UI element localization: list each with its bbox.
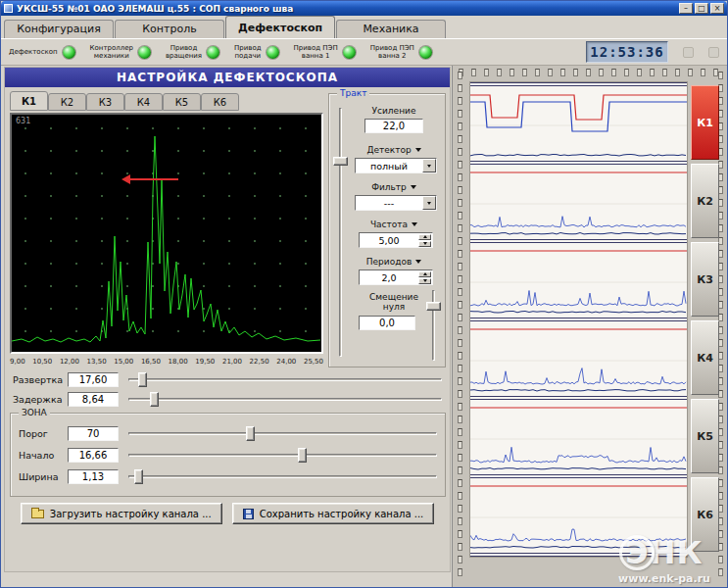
slider-thumb[interactable] [150, 392, 159, 407]
gate-width-label: Ширина [19, 471, 68, 482]
indicator-defectoscope[interactable]: Дефектоскоп [9, 46, 75, 59]
filter-combo[interactable]: --- [355, 195, 437, 211]
perforation-hole [458, 568, 462, 576]
slider-thumb[interactable] [333, 157, 348, 166]
periods-spinner[interactable]: 2,0 [359, 270, 433, 285]
perforation-hole [458, 263, 462, 270]
axis-tick-label: 21,00 [222, 358, 242, 366]
slider-track[interactable] [128, 475, 437, 478]
tab-mechanics[interactable]: Механика [336, 20, 446, 38]
ascan-display: 631 [10, 113, 323, 354]
channel-tabs: К1К2К3К4К5К6 [10, 91, 239, 111]
indicator-rotation-drive[interactable]: Привод вращения [166, 44, 219, 60]
threshold-value-input[interactable]: 70 [68, 426, 119, 441]
perforation-hole [458, 97, 462, 105]
channel-tab-k4[interactable]: К4 [124, 93, 163, 111]
gate-start-slider[interactable] [128, 448, 437, 463]
sweep-label: Развертка [13, 374, 68, 385]
spin-up-button[interactable] [418, 234, 431, 240]
slider-track[interactable] [128, 432, 437, 435]
channel-label-k5[interactable]: К5 [691, 399, 719, 473]
gate-width-value-input[interactable]: 1,13 [68, 469, 119, 484]
delay-value-input[interactable]: 8,64 [68, 392, 119, 407]
gain-value-input[interactable]: 22,0 [364, 119, 423, 133]
close-button[interactable]: × [710, 3, 724, 14]
gate-start-value-input[interactable]: 16,66 [68, 448, 119, 463]
indicator-feed-drive[interactable]: Привод подачи [234, 44, 279, 60]
clock-display: 12:53:36 [586, 41, 668, 63]
channel-band-k6 [470, 478, 687, 553]
channel-tab-k1[interactable]: К1 [10, 91, 48, 111]
save-channel-settings-button[interactable]: Сохранить настройку канала ... [232, 503, 435, 524]
slider-thumb[interactable] [246, 426, 255, 441]
threshold-slider[interactable] [128, 426, 437, 441]
indicator-pep-bath-2[interactable]: Привод ПЭП ванна 2 [370, 44, 432, 60]
zero-offset-value-input[interactable]: 0,0 [359, 316, 415, 330]
gain-slider[interactable] [333, 106, 348, 359]
spin-down-button[interactable] [418, 278, 431, 284]
zero-offset-slider[interactable] [426, 288, 441, 363]
caret-down-icon [415, 148, 421, 152]
maximize-button[interactable]: □ [695, 3, 708, 14]
channel-label-k2[interactable]: К2 [691, 164, 719, 238]
indicator-label: Привод ПЭП ванна 1 [294, 44, 338, 60]
green-led-icon [267, 46, 279, 59]
slider-thumb[interactable] [138, 372, 147, 387]
delay-slider[interactable] [128, 392, 442, 407]
green-led-icon [138, 46, 151, 59]
frequency-spinner[interactable]: 5,00 [359, 232, 433, 248]
minimize-button[interactable]: – [679, 3, 693, 14]
gate-width-slider[interactable] [128, 469, 437, 484]
slider-track[interactable] [128, 398, 442, 401]
indicator-label: Привод подачи [234, 44, 262, 60]
channel-label-k1[interactable]: К1 [691, 85, 719, 160]
perforation-hole [471, 69, 476, 76]
dropdown-arrow-icon[interactable] [422, 196, 436, 210]
channel-band-k5 [470, 400, 687, 474]
channel-tab-k5[interactable]: К5 [163, 93, 201, 111]
slider-track[interactable] [128, 378, 442, 381]
slider-thumb[interactable] [426, 302, 441, 311]
status-bar: ДефектоскопКонтроллер механикиПривод вра… [1, 38, 727, 66]
channel-tab-k2[interactable]: К2 [48, 93, 86, 111]
slider-track[interactable] [339, 108, 342, 357]
channel-label-k3[interactable]: К3 [691, 242, 719, 317]
caret-down-icon [415, 260, 421, 264]
sweep-row: Развертка 17,60 [13, 371, 442, 387]
slider-track[interactable] [128, 454, 437, 457]
spin-up-button[interactable] [418, 271, 431, 277]
perforation-hole [458, 390, 462, 398]
tab-configuration[interactable]: Конфигурация [4, 20, 114, 38]
slider-thumb[interactable] [134, 469, 143, 484]
perforation-hole [650, 69, 655, 76]
scope-axis-labels: 9,0010,5012,0013,5015,0016,5018,0019,502… [10, 358, 323, 366]
watermark-url: www.enk-pa.ru [604, 572, 725, 585]
load-channel-settings-button[interactable]: Загрузить настройку канала ... [21, 503, 222, 524]
axis-tick-label: 13,50 [87, 358, 107, 366]
spin-down-button[interactable] [418, 241, 431, 247]
channel-label-k6[interactable]: К6 [691, 477, 719, 552]
perforation-hole [484, 69, 489, 76]
perforation-hole [535, 69, 540, 76]
detector-combo[interactable]: полный [355, 158, 437, 173]
channel-tab-k6[interactable]: К6 [201, 93, 239, 111]
axis-tick-label: 10,50 [32, 358, 52, 366]
indicator-pep-bath-1[interactable]: Привод ПЭП ванна 1 [294, 44, 356, 60]
indicator-mech-controller[interactable]: Контроллер механики [90, 44, 151, 60]
sweep-slider[interactable] [128, 372, 442, 387]
slider-thumb[interactable] [298, 448, 307, 463]
tab-control[interactable]: Контроль [115, 20, 224, 38]
sweep-value-input[interactable]: 17,60 [68, 372, 119, 387]
scope-corner-label: 631 [16, 117, 30, 125]
channel-label-k4[interactable]: К4 [691, 320, 719, 395]
dropdown-arrow-icon[interactable] [422, 159, 436, 172]
indicator-label: Контроллер механики [90, 44, 133, 60]
perforation-hole [458, 135, 462, 143]
perforation-hole [718, 568, 723, 576]
perforation-hole [688, 69, 693, 76]
tab-defectoscope[interactable]: Дефектоскоп [225, 16, 335, 38]
green-led-icon [419, 46, 432, 59]
axis-tick-label: 24,00 [276, 358, 296, 366]
perforation-hole [458, 84, 462, 92]
channel-tab-k3[interactable]: К3 [86, 93, 124, 111]
